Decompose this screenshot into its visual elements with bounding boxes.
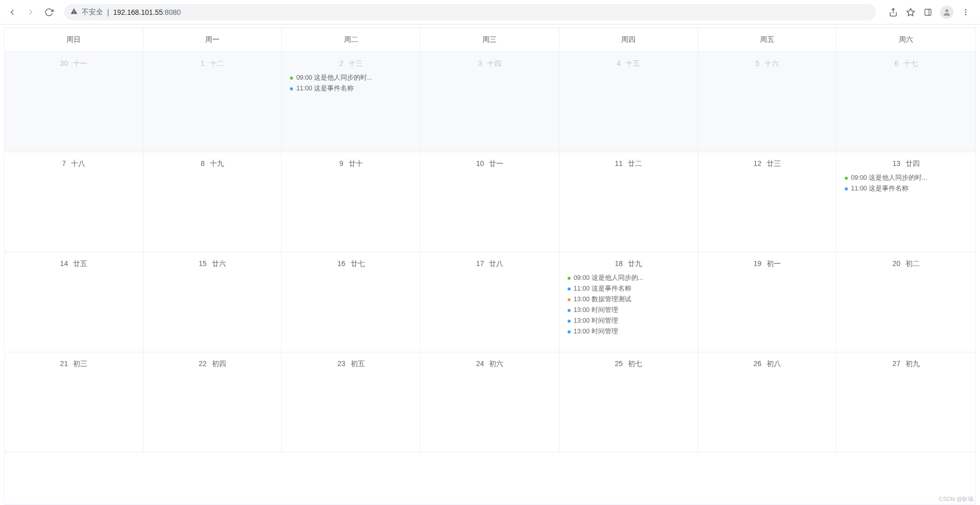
forward-button[interactable] — [23, 5, 38, 19]
calendar-cell[interactable]: 23 初五 — [282, 352, 421, 452]
date-label: 18 廿九 — [562, 259, 695, 269]
share-icon[interactable] — [888, 7, 898, 17]
insecure-label: 不安全 — [82, 8, 103, 17]
calendar-body[interactable]: 30 十一1 十二2 十三09:00 这是他人同步的时...11:00 这是事件… — [4, 52, 976, 504]
calendar-cell[interactable]: 25 初七 — [559, 352, 698, 452]
date-label: 1 十二 — [146, 59, 279, 68]
date-label: 24 初六 — [424, 359, 556, 369]
browser-chrome: 不安全 | 192.168.101.55:8080 — [0, 0, 980, 25]
event-text: 09:00 这是他人同步的时... — [296, 74, 372, 82]
insecure-icon — [70, 8, 78, 16]
date-label: 25 初七 — [562, 359, 695, 369]
date-label: 27 初九 — [840, 359, 972, 369]
calendar-cell[interactable]: 4 十五 — [559, 52, 698, 152]
calendar-cell[interactable]: 2 十三09:00 这是他人同步的时...11:00 这是事件名称 — [282, 52, 421, 152]
calendar-cell[interactable]: 27 初九 — [837, 352, 975, 452]
date-label: 8 十九 — [146, 159, 279, 169]
svg-point-6 — [965, 11, 967, 13]
event-dot-icon — [568, 320, 571, 323]
date-label: 13 廿四 — [840, 159, 972, 169]
event-text: 13:00 时间管理 — [574, 317, 618, 325]
svg-point-7 — [965, 14, 967, 15]
event-list[interactable]: 09:00 这是他人同步的...11:00 这是事件名称13:00 数据管理测试… — [562, 273, 695, 337]
date-label: 20 初二 — [840, 259, 972, 269]
weekday-header: 周一 — [143, 28, 282, 52]
event-item[interactable]: 13:00 时间管理 — [562, 305, 695, 316]
menu-icon[interactable] — [961, 7, 971, 17]
date-label: 11 廿二 — [562, 159, 695, 169]
calendar-cell[interactable]: 30 十一 — [5, 52, 143, 152]
event-dot-icon — [290, 87, 293, 90]
browser-toolbar-icons — [884, 6, 975, 19]
date-label: 6 十七 — [840, 59, 972, 68]
calendar-cell[interactable]: 8 十九 — [143, 152, 282, 252]
calendar-cell[interactable]: 12 廿三 — [698, 152, 837, 252]
date-label: 10 廿一 — [424, 159, 556, 169]
date-label: 22 初四 — [146, 359, 279, 369]
reload-button[interactable] — [42, 5, 56, 19]
calendar-cell[interactable]: 9 廿十 — [282, 152, 421, 252]
event-dot-icon — [845, 187, 848, 190]
calendar-cell[interactable]: 18 廿九09:00 这是他人同步的...11:00 这是事件名称13:00 数… — [559, 252, 698, 352]
star-icon[interactable] — [905, 7, 916, 17]
url-text: 192.168.101.55:8080 — [113, 8, 181, 16]
event-item[interactable]: 11:00 这是事件名称 — [285, 83, 417, 94]
calendar-cell[interactable]: 17 廿八 — [421, 252, 559, 352]
calendar-cell[interactable]: 13 廿四09:00 这是他人同步的时...11:00 这是事件名称 — [837, 152, 975, 252]
calendar-cell[interactable]: 21 初三 — [5, 352, 143, 452]
event-list[interactable]: 09:00 这是他人同步的时...11:00 这是事件名称 — [840, 173, 972, 194]
event-text: 13:00 数据管理测试 — [574, 295, 631, 304]
event-item[interactable]: 13:00 时间管理 — [562, 316, 695, 326]
weekday-header: 周四 — [559, 28, 698, 52]
calendar-cell[interactable]: 20 初二 — [837, 252, 975, 352]
calendar-cell[interactable]: 3 十四 — [421, 52, 559, 152]
calendar-row: 30 十一1 十二2 十三09:00 这是他人同步的时...11:00 这是事件… — [5, 52, 975, 152]
event-dot-icon — [568, 309, 571, 312]
date-label: 3 十四 — [424, 59, 556, 68]
event-text: 11:00 这是事件名称 — [851, 184, 909, 193]
event-item[interactable]: 11:00 这是事件名称 — [562, 283, 695, 294]
calendar-cell[interactable]: 16 廿七 — [282, 252, 421, 352]
calendar-header-row: 周日周一周二周三周四周五周六 — [4, 28, 976, 52]
date-label: 9 廿十 — [285, 159, 417, 169]
weekday-header: 周二 — [282, 28, 421, 52]
svg-point-4 — [945, 9, 948, 12]
calendar-cell[interactable]: 15 廿六 — [143, 252, 282, 352]
calendar-cell[interactable]: 24 初六 — [421, 352, 559, 452]
date-label: 19 初一 — [701, 259, 834, 269]
back-button[interactable] — [5, 5, 19, 19]
calendar-cell[interactable]: 6 十七 — [837, 52, 975, 152]
event-item[interactable]: 13:00 时间管理 — [562, 326, 695, 337]
event-text: 09:00 这是他人同步的时... — [851, 174, 927, 182]
svg-point-5 — [965, 9, 967, 11]
date-label: 23 初五 — [285, 359, 417, 369]
event-item[interactable]: 13:00 数据管理测试 — [562, 294, 695, 305]
date-label: 2 十三 — [285, 59, 417, 68]
address-bar[interactable]: 不安全 | 192.168.101.55:8080 — [64, 4, 876, 20]
event-item[interactable]: 11:00 这是事件名称 — [840, 183, 972, 194]
profile-avatar[interactable] — [940, 6, 953, 19]
calendar-cell[interactable]: 7 十八 — [5, 152, 143, 252]
calendar-cell[interactable]: 11 廿二 — [559, 152, 698, 252]
date-label: 5 十六 — [701, 59, 834, 68]
weekday-header: 周五 — [698, 28, 837, 52]
event-item[interactable]: 09:00 这是他人同步的时... — [285, 73, 417, 83]
calendar-cell[interactable]: 10 廿一 — [421, 152, 559, 252]
date-label: 14 廿五 — [8, 259, 140, 269]
event-list[interactable]: 09:00 这是他人同步的时...11:00 这是事件名称 — [285, 73, 417, 94]
date-label: 26 初八 — [701, 359, 834, 369]
calendar-cell[interactable]: 1 十二 — [143, 52, 282, 152]
event-dot-icon — [845, 177, 848, 180]
calendar: 周日周一周二周三周四周五周六 30 十一1 十二2 十三09:00 这是他人同步… — [0, 25, 980, 504]
calendar-cell[interactable]: 19 初一 — [698, 252, 837, 352]
date-label: 15 廿六 — [146, 259, 279, 269]
event-item[interactable]: 09:00 这是他人同步的时... — [840, 173, 972, 183]
event-text: 11:00 这是事件名称 — [574, 284, 631, 293]
panel-icon[interactable] — [923, 7, 933, 17]
calendar-cell[interactable]: 5 十六 — [698, 52, 837, 152]
date-label: 4 十五 — [562, 59, 695, 68]
event-item[interactable]: 09:00 这是他人同步的... — [562, 273, 695, 283]
calendar-cell[interactable]: 26 初八 — [698, 352, 837, 452]
calendar-cell[interactable]: 22 初四 — [143, 352, 282, 452]
calendar-cell[interactable]: 14 廿五 — [5, 252, 143, 352]
